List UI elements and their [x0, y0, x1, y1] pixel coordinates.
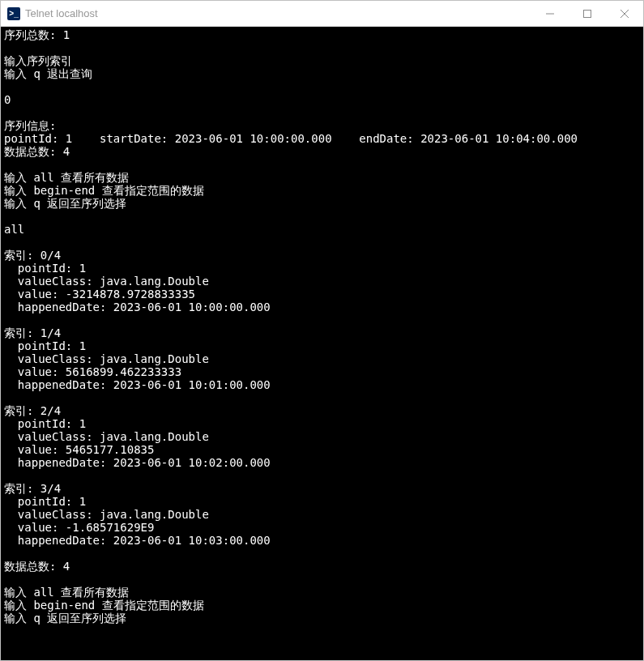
terminal-line — [4, 41, 640, 54]
terminal-line: value: 5465177.10835 — [4, 443, 640, 456]
terminal-line — [4, 80, 640, 93]
minimize-icon — [546, 10, 554, 18]
title-left: >_ Telnet localhost — [7, 7, 98, 20]
terminal-line — [4, 106, 640, 119]
terminal-line — [4, 547, 640, 560]
terminal-line — [4, 573, 640, 586]
terminal-line: pointId: 1 startDate: 2023-06-01 10:00:0… — [4, 132, 640, 145]
terminal-line — [4, 210, 640, 223]
terminal-line: happenedDate: 2023-06-01 10:01:00.000 — [4, 378, 640, 391]
terminal-line: 输入 q 返回至序列选择 — [4, 197, 640, 210]
terminal-line — [4, 313, 640, 326]
terminal-line: value: -1.68571629E9 — [4, 521, 640, 534]
terminal-line — [4, 469, 640, 482]
titlebar[interactable]: >_ Telnet localhost — [1, 1, 643, 27]
terminal-line: 输入 all 查看所有数据 — [4, 586, 640, 599]
terminal-line: 0 — [4, 93, 640, 106]
terminal-line: happenedDate: 2023-06-01 10:00:00.000 — [4, 301, 640, 313]
terminal-line: 索引: 2/4 — [4, 404, 640, 417]
terminal-line: happenedDate: 2023-06-01 10:03:00.000 — [4, 534, 640, 547]
terminal-line: value: 5616899.462233333 — [4, 365, 640, 378]
telnet-window: >_ Telnet localhost 序列总数: 1输入序列索引输入 q 退出… — [0, 0, 644, 661]
terminal-line — [4, 236, 640, 249]
terminal-line: 索引: 1/4 — [4, 326, 640, 339]
terminal-line: 输入 begin-end 查看指定范围的数据 — [4, 184, 640, 197]
terminal-line: valueClass: java.lang.Double — [4, 430, 640, 443]
terminal-line: 输入 q 退出查询 — [4, 67, 640, 80]
terminal-line: all — [4, 223, 640, 236]
terminal-line: valueClass: java.lang.Double — [4, 352, 640, 365]
terminal-line: pointId: 1 — [4, 262, 640, 275]
powershell-icon: >_ — [7, 7, 20, 20]
terminal-line: pointId: 1 — [4, 339, 640, 352]
svg-rect-0 — [584, 10, 591, 17]
terminal-line: valueClass: java.lang.Double — [4, 508, 640, 521]
window-title: Telnet localhost — [25, 7, 98, 19]
minimize-button[interactable] — [531, 1, 569, 26]
terminal-line: pointId: 1 — [4, 495, 640, 508]
icon-glyph: >_ — [9, 9, 18, 18]
maximize-icon — [583, 10, 591, 18]
terminal-line: 索引: 3/4 — [4, 482, 640, 495]
window-controls — [531, 1, 643, 26]
terminal-line: 输入 all 查看所有数据 — [4, 171, 640, 184]
terminal-line: 序列总数: 1 — [4, 28, 640, 41]
close-button[interactable] — [606, 1, 643, 26]
terminal-line — [4, 625, 640, 638]
terminal-line: 索引: 0/4 — [4, 249, 640, 262]
terminal-line: valueClass: java.lang.Double — [4, 275, 640, 288]
terminal-line: 数据总数: 4 — [4, 560, 640, 573]
terminal-area[interactable]: 序列总数: 1输入序列索引输入 q 退出查询0序列信息:pointId: 1 s… — [1, 27, 643, 660]
close-icon — [621, 10, 629, 18]
maximize-button[interactable] — [569, 1, 606, 26]
terminal-line — [4, 391, 640, 404]
terminal-line: pointId: 1 — [4, 417, 640, 430]
terminal-line: happenedDate: 2023-06-01 10:02:00.000 — [4, 456, 640, 469]
terminal-line: 输入 q 返回至序列选择 — [4, 612, 640, 625]
terminal-line: 输入 begin-end 查看指定范围的数据 — [4, 599, 640, 612]
terminal-line: 输入序列索引 — [4, 54, 640, 67]
terminal-line — [4, 158, 640, 171]
terminal-line: value: -3214878.9728833335 — [4, 288, 640, 301]
terminal-line: 数据总数: 4 — [4, 145, 640, 158]
terminal-line: 序列信息: — [4, 119, 640, 132]
